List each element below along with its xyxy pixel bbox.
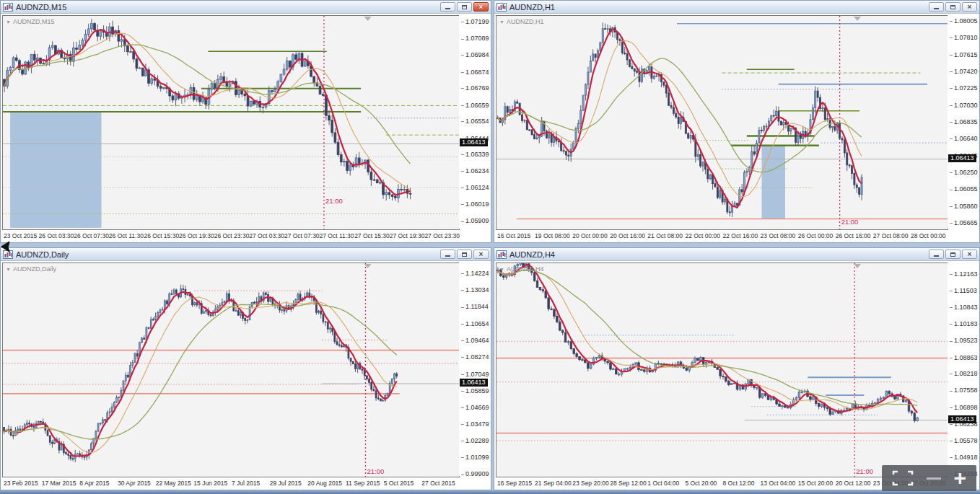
close-button[interactable]: × — [962, 250, 977, 259]
y-tick-label: 1.05665 — [950, 219, 978, 226]
x-tick-label: 27 Oct 07:30 — [284, 232, 320, 239]
chart-icon — [3, 3, 13, 12]
y-tick-label: 1.09523 — [950, 337, 978, 344]
y-tick-label: 1.03479 — [461, 420, 489, 428]
current-price-tag: 1.06413 — [460, 138, 488, 146]
chevron-down-icon: ▼ — [6, 19, 11, 25]
chart-window-m15: AUDNZD,M15 × ▼AUDNZD,M15 21:00 1.071991.… — [0, 0, 491, 243]
window-titlebar[interactable]: AUDNZD,M15 × — [1, 1, 491, 14]
y-tick-label: 1.06984 — [461, 51, 489, 58]
y-tick-label: 1.06659 — [461, 102, 489, 109]
window-titlebar[interactable]: AUDNZD,H4 × — [494, 248, 979, 261]
restore-button[interactable] — [945, 2, 961, 12]
x-tick-label: 11 Sep 2015 — [346, 480, 380, 487]
x-tick-label: 13 Oct 04:00 — [761, 480, 796, 487]
x-tick-label: 26 Oct 11:30 — [109, 232, 144, 239]
y-tick-label: 1.11503 — [950, 287, 977, 294]
time-axis: 23 Feb 201517 Mar 20158 Apr 201530 Apr 2… — [2, 478, 458, 489]
x-tick-label: 27 Oct 03:30 — [249, 232, 284, 239]
x-tick-label: 5 Oct 2015 — [384, 480, 414, 487]
y-tick-label: 1.06835 — [950, 118, 978, 125]
x-tick-label: 27 Oct 11:30 — [320, 232, 354, 239]
window-title: AUDNZD,Daily — [16, 250, 440, 259]
y-tick-label: 1.13034 — [461, 286, 489, 294]
y-tick-label: 1.08274 — [461, 353, 489, 361]
price-axis: 1.080051.078101.076151.074201.072251.070… — [948, 15, 979, 229]
price-chart-canvas[interactable]: 21:00 — [3, 263, 459, 477]
x-tick-label: 27 Oct 15:30 — [354, 232, 390, 239]
symbol-label[interactable]: ▼AUDNZD,M15 — [6, 18, 54, 25]
y-tick-label: 1.06769 — [461, 84, 489, 92]
x-tick-label: 30 Apr 2015 — [118, 480, 151, 487]
x-tick-label: 20 Oct 12:00 — [836, 480, 871, 487]
minimize-button[interactable] — [440, 2, 455, 12]
y-tick-label: 1.10183 — [950, 320, 978, 327]
x-tick-label: 26 Oct 00:00 — [798, 232, 834, 239]
y-tick-label: 1.04669 — [461, 404, 489, 411]
minimize-button[interactable] — [929, 2, 944, 12]
y-tick-label: 1.07558 — [950, 387, 978, 394]
window-titlebar[interactable]: AUDNZD,H1 × — [494, 1, 979, 14]
y-tick-label: 1.07199 — [461, 18, 489, 25]
restore-button[interactable] — [457, 2, 472, 12]
window-title: AUDNZD,H1 — [509, 3, 929, 12]
x-tick-label: 15 Jun 2015 — [193, 480, 227, 487]
y-tick-label: 1.14224 — [461, 270, 489, 277]
y-tick-label: 1.12163 — [950, 270, 978, 278]
chart-window-h1: AUDNZD,H1 × ▼AUDNZD,H1 21:00 1.080051.07… — [494, 0, 980, 243]
minimize-button[interactable] — [929, 250, 944, 259]
price-chart-canvas[interactable]: 21:00 — [496, 263, 948, 477]
price-chart-canvas[interactable]: 21:00 — [3, 16, 459, 229]
time-axis: 23 Oct 201526 Oct 03:3026 Oct 07:3026 Oc… — [2, 231, 458, 242]
y-tick-label: 1.06554 — [461, 118, 489, 125]
mdi-workspace: AUDNZD,M15 × ▼AUDNZD,M15 21:00 1.071991.… — [0, 0, 980, 494]
x-tick-label: 21 Sep 04:00 — [535, 480, 572, 487]
close-button[interactable]: × — [962, 2, 977, 12]
price-axis: 1.071991.070891.069841.068741.067691.066… — [459, 15, 491, 229]
symbol-label[interactable]: ▼AUDNZD,Daily — [6, 265, 56, 273]
x-tick-label: 26 Oct 19:30 — [179, 232, 214, 239]
close-button[interactable]: × — [473, 2, 489, 12]
restore-button[interactable] — [945, 250, 961, 259]
price-chart-area[interactable]: ▼AUDNZD,H4 21:00 — [496, 263, 948, 477]
minimize-button[interactable] — [440, 250, 455, 259]
y-tick-label: 1.06874 — [461, 69, 489, 76]
zoom-in-button[interactable]: + — [953, 469, 966, 488]
time-axis: 16 Sep 201521 Sep 04:0023 Sep 20:0028 Se… — [496, 478, 946, 489]
y-tick-label: 1.10654 — [461, 320, 489, 327]
window-title: AUDNZD,M15 — [16, 3, 440, 12]
chart-body: ▼AUDNZD,Daily 21:00 1.142241.130341.1184… — [1, 261, 491, 490]
x-tick-label: 17 Mar 2015 — [42, 480, 76, 487]
close-button[interactable]: × — [473, 250, 489, 259]
window-titlebar[interactable]: AUDNZD,Daily × — [1, 248, 491, 261]
symbol-label[interactable]: ▼AUDNZD,H1 — [499, 18, 543, 25]
chart-icon — [496, 3, 507, 12]
x-tick-label: 1 Oct 04:00 — [647, 480, 679, 487]
x-tick-label: 22 Oct 00:00 — [685, 232, 720, 239]
x-tick-label: 28 Oct 00:00 — [911, 232, 946, 239]
y-tick-label: 1.06898 — [950, 404, 978, 411]
zoom-out-button[interactable] — [927, 477, 941, 480]
current-price-tag: 1.06413 — [948, 415, 976, 423]
x-tick-label: 8 Apr 2015 — [79, 480, 109, 487]
y-tick-label: 1.08005 — [950, 17, 978, 25]
x-tick-label: 27 Oct 2015 — [421, 480, 455, 487]
x-tick-label: 27 Oct 08:00 — [873, 232, 909, 239]
symbol-label[interactable]: ▼AUDNZD,H4 — [499, 265, 543, 273]
x-tick-label: 16 Oct 2015 — [497, 232, 530, 239]
price-chart-area[interactable]: ▼AUDNZD,Daily 21:00 — [2, 263, 460, 477]
x-tick-label: 19 Oct 08:00 — [535, 232, 570, 239]
price-chart-area[interactable]: ▼AUDNZD,M15 21:00 — [2, 15, 460, 230]
svg-text:21:00: 21:00 — [856, 467, 873, 475]
price-chart-area[interactable]: ▼AUDNZD,H1 21:00 — [496, 15, 948, 230]
price-chart-canvas[interactable]: 21:00 — [496, 16, 948, 229]
restore-button[interactable] — [457, 250, 472, 259]
chevron-down-icon: ▼ — [499, 19, 504, 25]
y-tick-label: 1.02289 — [461, 437, 489, 444]
y-tick-label: 1.07030 — [950, 102, 978, 109]
x-tick-label: 15 Oct 20:00 — [798, 480, 834, 487]
svg-text:21:00: 21:00 — [841, 218, 859, 226]
y-tick-label: 1.09464 — [461, 337, 489, 344]
y-tick-label: 1.07615 — [950, 51, 978, 58]
region-select-icon[interactable] — [892, 470, 914, 486]
